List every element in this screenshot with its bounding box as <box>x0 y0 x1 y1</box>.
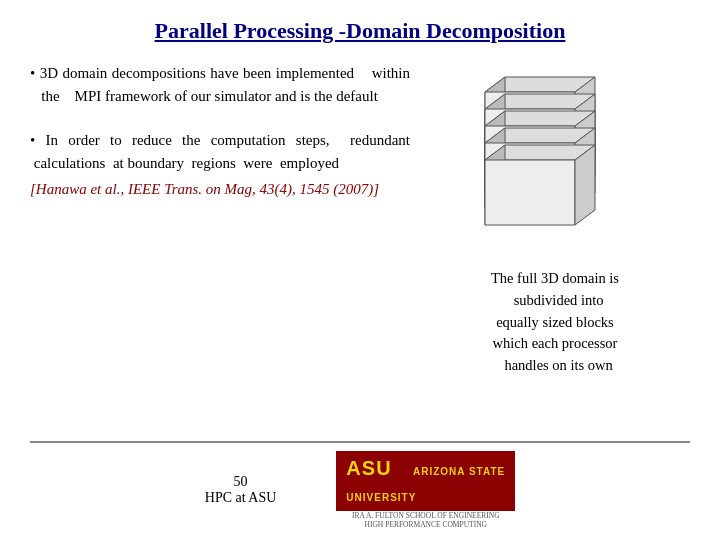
bullet-1-text: • 3D domain decompositions have been imp… <box>30 62 410 107</box>
asu-logo-text: ASU ARIZONA STATEUNIVERSITY <box>336 451 515 511</box>
bullet-2-text: • In order to reduce the computation ste… <box>30 129 410 174</box>
domain-diagram <box>445 72 665 262</box>
asu-sub1: IRA A. FULTON SCHOOL OF ENGINEERING <box>352 511 500 521</box>
right-column: The full 3D domain is subdivided into eq… <box>420 62 690 433</box>
diagram-caption: The full 3D domain is subdivided into eq… <box>491 268 619 377</box>
content-area: • 3D domain decompositions have been imp… <box>30 62 690 433</box>
asu-logo: ASU ARIZONA STATEUNIVERSITY IRA A. FULTO… <box>336 451 515 531</box>
svg-marker-18 <box>485 160 575 225</box>
asu-sub2: HIGH PERFORMANCE COMPUTING <box>365 520 488 530</box>
bullet-2-block: • In order to reduce the computation ste… <box>30 129 410 205</box>
slide-title: Parallel Processing -Domain Decompositio… <box>30 18 690 44</box>
slide: Parallel Processing -Domain Decompositio… <box>0 0 720 540</box>
footer: 50 HPC at ASU ASU ARIZONA STATEUNIVERSIT… <box>30 441 690 531</box>
course-name: HPC at ASU <box>205 490 277 506</box>
citation-text: [Hanawa et al., IEEE Trans. on Mag, 43(4… <box>30 178 410 201</box>
left-column: • 3D domain decompositions have been imp… <box>30 62 410 433</box>
bullet-1-block: • 3D domain decompositions have been imp… <box>30 62 410 111</box>
page-number: 50 <box>205 474 277 490</box>
page-info: 50 HPC at ASU <box>205 474 277 506</box>
